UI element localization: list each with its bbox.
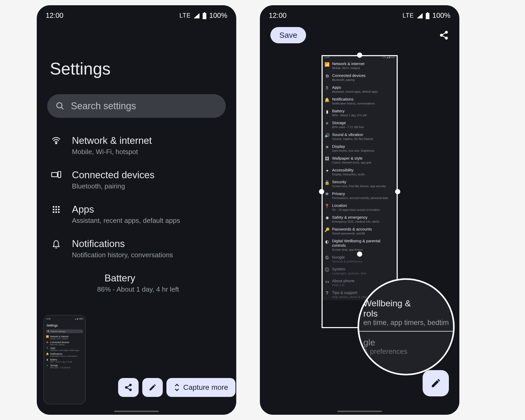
search-icon: [56, 102, 65, 111]
status-bar: 12:00 LTE 100%: [37, 5, 236, 22]
save-button[interactable]: Save: [270, 27, 306, 43]
phone-screenshot-editor: 12:00 LTE 100% Save 12:00LTE ◢ ▮100% 📶Ne…: [260, 5, 459, 415]
status-time: 12:00: [46, 12, 64, 20]
svg-line-27: [442, 36, 446, 38]
apps-icon: [52, 206, 60, 213]
status-battery-pct: 100%: [209, 12, 227, 20]
settings-item-connected-devices[interactable]: Connected devicesBluetooth, pairing: [37, 163, 236, 197]
svg-point-11: [55, 209, 57, 211]
edit-fab[interactable]: [423, 370, 449, 396]
screenshot-actions: Capture more: [118, 378, 235, 397]
svg-point-15: [58, 211, 60, 213]
share-button[interactable]: [118, 378, 139, 397]
svg-line-19: [127, 385, 130, 387]
thumbnail-title: Settings: [46, 324, 83, 327]
wifi-icon: [51, 137, 61, 144]
svg-line-3: [61, 107, 64, 109]
search-placeholder: Search settings: [71, 101, 136, 112]
svg-point-4: [56, 143, 57, 144]
devices-icon: [51, 171, 61, 178]
settings-item-notifications[interactable]: NotificationsNotification history, conve…: [37, 232, 236, 266]
svg-rect-6: [58, 171, 61, 177]
status-network-label: LTE: [179, 12, 191, 19]
svg-point-12: [58, 209, 60, 211]
crop-handle-bottom[interactable]: [357, 251, 362, 257]
battery-icon: [202, 12, 207, 19]
status-time: 12:00: [269, 12, 287, 20]
svg-rect-0: [204, 12, 205, 13]
svg-point-10: [53, 209, 55, 211]
svg-point-7: [53, 206, 55, 208]
svg-rect-22: [426, 13, 429, 19]
crop-handle-left[interactable]: [319, 189, 324, 194]
share-icon[interactable]: [439, 30, 449, 40]
svg-point-13: [53, 211, 55, 213]
svg-point-2: [57, 103, 62, 108]
svg-rect-1: [203, 13, 206, 19]
crop-handle-right[interactable]: [395, 189, 400, 194]
status-bar: 12:00 LTE 100%: [260, 5, 459, 22]
search-settings[interactable]: Search settings: [47, 94, 226, 118]
edit-button[interactable]: [142, 378, 163, 397]
expand-vertical-icon: [174, 383, 180, 392]
signal-icon: [417, 13, 423, 19]
crop-handle-top[interactable]: [357, 52, 362, 58]
navigation-handle[interactable]: [114, 411, 159, 412]
svg-line-26: [442, 33, 446, 35]
svg-point-8: [55, 206, 57, 208]
svg-point-14: [55, 211, 57, 213]
settings-list: Network & internetMobile, Wi-Fi, hotspot…: [37, 128, 236, 300]
long-screenshot-canvas[interactable]: 12:00LTE ◢ ▮100% 📶Network & internetMobi…: [322, 55, 398, 300]
battery-icon: [426, 12, 430, 19]
magnifier-preview: Wellbeing & rols en time, app timers, be…: [358, 278, 455, 375]
svg-rect-21: [427, 12, 428, 13]
screenshot-thumbnail[interactable]: 12:00▲ ▮ 100% Settings 🔍Search settings …: [44, 315, 86, 404]
settings-item-apps[interactable]: AppsAssistant, recent apps, default apps: [37, 197, 236, 232]
phone-settings-main: 12:00 LTE 100% Settings Search settings …: [37, 5, 236, 415]
bell-icon: [52, 240, 60, 249]
settings-item-network[interactable]: Network & internetMobile, Wi-Fi, hotspot: [37, 128, 236, 163]
navigation-handle[interactable]: [337, 411, 382, 412]
page-title: Settings: [37, 22, 236, 94]
status-network-label: LTE: [402, 12, 414, 19]
svg-rect-5: [51, 172, 57, 177]
signal-icon: [193, 13, 200, 19]
status-battery-pct: 100%: [432, 12, 450, 20]
capture-more-button[interactable]: Capture more: [166, 378, 235, 397]
svg-line-20: [127, 388, 130, 390]
settings-item-battery[interactable]: Battery86% - About 1 day, 4 hr left: [37, 266, 236, 300]
svg-point-9: [58, 206, 60, 208]
capture-more-label: Capture more: [183, 383, 228, 392]
